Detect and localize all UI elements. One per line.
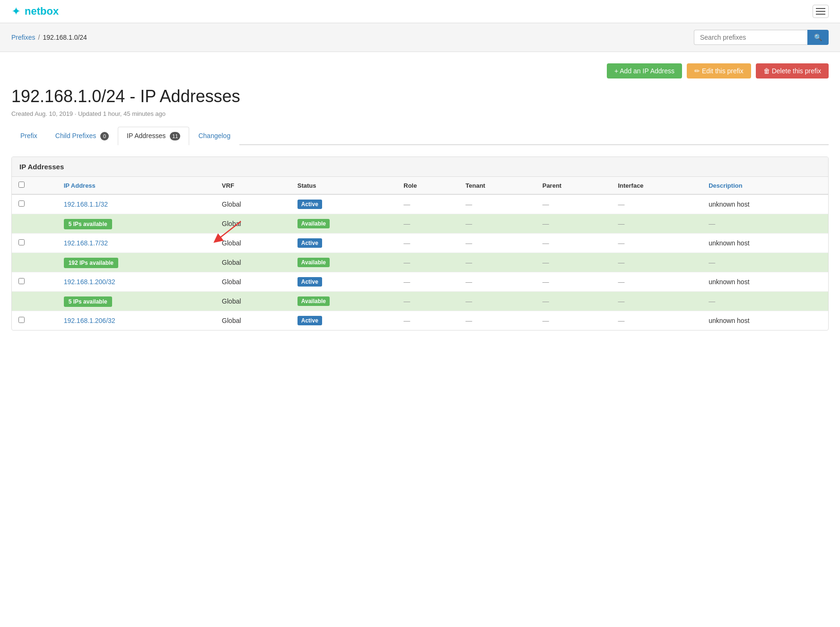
table-body: 192.168.1.1/32 Global Active — — — — unk… [12, 194, 828, 330]
row-interface-cell: — [611, 292, 702, 311]
table-row: 192.168.1.200/32 Global Active — — — — u… [12, 272, 828, 292]
hamburger-button[interactable] [813, 5, 829, 18]
hamburger-line-1 [816, 8, 825, 9]
row-role-cell: — [397, 272, 459, 292]
row-status-cell: Available [291, 214, 397, 234]
ip-address-link[interactable]: 192.168.1.1/32 [64, 200, 108, 208]
row-checkbox-cell [12, 214, 57, 234]
breadcrumb: Prefixes / 192.168.1.0/24 [11, 34, 87, 41]
ip-address-link[interactable]: 192.168.1.7/32 [64, 239, 108, 247]
tab-changelog[interactable]: Changelog [189, 127, 239, 145]
row-interface-cell: — [611, 272, 702, 292]
row-checkbox[interactable] [18, 239, 25, 245]
ip-address-link[interactable]: 192.168.1.200/32 [64, 278, 115, 286]
add-ip-address-button[interactable]: + Add an IP Address [607, 63, 682, 78]
status-badge: Available [298, 296, 330, 306]
tabs: Prefix Child Prefixes 0 IP Addresses 11 … [11, 127, 829, 145]
row-vrf-cell: Global [215, 292, 291, 311]
select-all-checkbox[interactable] [18, 182, 25, 188]
col-ip-address[interactable]: IP Address [57, 177, 215, 194]
ip-address-link[interactable]: 192.168.1.206/32 [64, 317, 115, 324]
row-tenant-cell: — [459, 234, 535, 253]
status-badge: Active [298, 316, 322, 325]
col-interface: Interface [611, 177, 702, 194]
table-row: 192.168.1.206/32 Global Active — — — — u… [12, 311, 828, 331]
row-checkbox-cell [12, 311, 57, 331]
row-checkbox-cell [12, 292, 57, 311]
netbox-icon: ✦ [11, 5, 21, 18]
brand-name: netbox [25, 5, 59, 17]
row-checkbox-cell [12, 272, 57, 292]
row-checkbox-cell [12, 234, 57, 253]
row-ip-badge-cell: 5 IPs available [57, 292, 215, 311]
row-parent-cell: — [536, 234, 612, 253]
row-checkbox-cell [12, 253, 57, 272]
navbar: ✦ netbox [0, 0, 840, 23]
table-row: 192.168.1.1/32 Global Active — — — — unk… [12, 194, 828, 214]
row-role-cell: — [397, 214, 459, 234]
top-bar: Prefixes / 192.168.1.0/24 🔍 [0, 23, 840, 52]
available-ips-badge: 192 IPs available [64, 258, 118, 268]
available-ips-badge: 5 IPs available [64, 219, 112, 229]
row-vrf-cell: Global [215, 214, 291, 234]
row-role-cell: — [397, 292, 459, 311]
status-badge: Active [298, 200, 322, 209]
row-description-cell: unknown host [702, 272, 828, 292]
row-status-cell: Active [291, 272, 397, 292]
row-vrf-cell: Global [215, 272, 291, 292]
row-tenant-cell: — [459, 214, 535, 234]
action-buttons: + Add an IP Address ✏ Edit this prefix 🗑… [11, 63, 829, 78]
search-button[interactable]: 🔍 [807, 30, 829, 45]
table-row-available: 5 IPs available Global Available — — — —… [12, 214, 828, 234]
row-checkbox[interactable] [18, 200, 25, 207]
ip-addresses-badge: 11 [170, 132, 180, 140]
panel-heading: IP Addresses [12, 157, 828, 177]
row-checkbox[interactable] [18, 317, 25, 323]
row-interface-cell: — [611, 311, 702, 331]
brand-logo[interactable]: ✦ netbox [11, 5, 59, 18]
status-badge: Available [298, 219, 330, 228]
col-description[interactable]: Description [702, 177, 828, 194]
row-description-cell: — [702, 253, 828, 272]
row-interface-cell: — [611, 234, 702, 253]
table-header: IP Address VRF Status Role Tenant Parent… [12, 177, 828, 194]
row-checkbox[interactable] [18, 278, 25, 284]
row-ip-cell: 192.168.1.200/32 [57, 272, 215, 292]
page-meta: Created Aug. 10, 2019 · Updated 1 hour, … [11, 110, 829, 117]
tab-child-prefixes[interactable]: Child Prefixes 0 [46, 127, 118, 145]
row-role-cell: — [397, 194, 459, 214]
row-role-cell: — [397, 311, 459, 331]
breadcrumb-separator: / [38, 34, 40, 41]
col-checkbox [12, 177, 57, 194]
row-interface-cell: — [611, 194, 702, 214]
row-tenant-cell: — [459, 194, 535, 214]
row-parent-cell: — [536, 253, 612, 272]
main-content: + Add an IP Address ✏ Edit this prefix 🗑… [0, 52, 840, 349]
search-input[interactable] [694, 30, 807, 45]
search-bar: 🔍 [694, 30, 829, 45]
row-vrf-cell: Global [215, 311, 291, 331]
table-row-available: 192 IPs available Global Available — — —… [12, 253, 828, 272]
search-icon: 🔍 [814, 34, 822, 41]
row-interface-cell: — [611, 214, 702, 234]
col-role: Role [397, 177, 459, 194]
col-tenant: Tenant [459, 177, 535, 194]
tab-prefix[interactable]: Prefix [11, 127, 46, 145]
row-ip-cell: 192.168.1.1/32 [57, 194, 215, 214]
col-vrf: VRF [215, 177, 291, 194]
delete-prefix-button[interactable]: 🗑 Delete this prefix [756, 63, 829, 78]
row-checkbox-cell [12, 194, 57, 214]
row-tenant-cell: — [459, 253, 535, 272]
ip-addresses-panel: IP Addresses IP Address VRF Status Role … [11, 157, 829, 331]
row-parent-cell: — [536, 194, 612, 214]
row-ip-cell: 192.168.1.206/32 [57, 311, 215, 331]
breadcrumb-parent-link[interactable]: Prefixes [11, 34, 35, 41]
row-vrf-cell: Global [215, 253, 291, 272]
edit-prefix-button[interactable]: ✏ Edit this prefix [687, 63, 751, 78]
row-parent-cell: — [536, 311, 612, 331]
tab-ip-addresses[interactable]: IP Addresses 11 [118, 127, 189, 145]
col-parent: Parent [536, 177, 612, 194]
row-interface-cell: — [611, 253, 702, 272]
row-description-cell: unknown host [702, 234, 828, 253]
row-ip-badge-cell: 5 IPs available [57, 214, 215, 234]
